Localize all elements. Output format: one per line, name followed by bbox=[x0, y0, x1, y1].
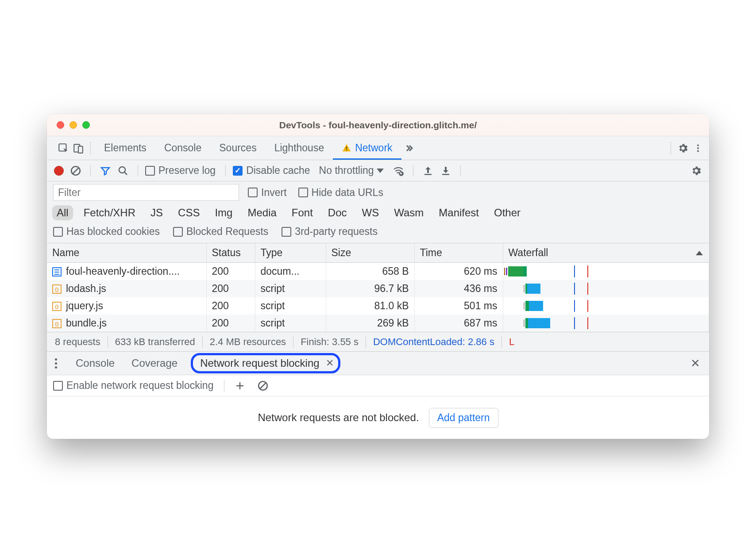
add-pattern-icon[interactable] bbox=[232, 378, 247, 393]
summary-resources: 2.4 MB resources bbox=[210, 336, 286, 348]
request-name: lodash.js bbox=[66, 283, 106, 294]
summary-transferred: 633 kB transferred bbox=[115, 336, 195, 348]
svg-rect-14 bbox=[442, 174, 449, 175]
devtools-window: DevTools - foul-heavenly-direction.glitc… bbox=[47, 114, 709, 439]
cell-time: 436 ms bbox=[414, 280, 503, 297]
chip-doc[interactable]: Doc bbox=[324, 205, 351, 220]
more-filters-row: Has blocked cookies Blocked Requests 3rd… bbox=[47, 224, 709, 243]
drawer-tab-network-request-blocking[interactable]: Network request blocking ✕ bbox=[191, 353, 340, 373]
drawer-tab-coverage[interactable]: Coverage bbox=[128, 355, 181, 371]
cell-type: script bbox=[255, 297, 326, 315]
table-row[interactable]: foul-heavenly-direction....200docum...65… bbox=[47, 263, 709, 280]
chip-all[interactable]: All bbox=[52, 205, 73, 220]
cell-time: 620 ms bbox=[414, 263, 503, 280]
col-size[interactable]: Size bbox=[326, 243, 414, 263]
script-file-icon bbox=[52, 319, 62, 328]
sort-asc-icon bbox=[696, 251, 703, 255]
waterfall-cell bbox=[503, 315, 709, 332]
col-time[interactable]: Time bbox=[414, 243, 503, 263]
enable-blocking-checkbox[interactable]: Enable network request blocking bbox=[53, 380, 213, 392]
table-row[interactable]: lodash.js200script96.7 kB436 ms bbox=[47, 280, 709, 297]
tab-elements[interactable]: Elements bbox=[95, 136, 155, 160]
inspect-icon[interactable] bbox=[56, 141, 71, 156]
filter-icon[interactable] bbox=[98, 163, 113, 178]
chip-manifest[interactable]: Manifest bbox=[434, 205, 483, 220]
chip-font[interactable]: Font bbox=[287, 205, 317, 220]
resource-type-chips: All Fetch/XHR JS CSS Img Media Font Doc … bbox=[47, 204, 709, 224]
svg-line-9 bbox=[73, 168, 79, 173]
col-type[interactable]: Type bbox=[255, 243, 326, 263]
clear-icon[interactable] bbox=[68, 163, 83, 178]
chip-media[interactable]: Media bbox=[243, 205, 281, 220]
script-file-icon bbox=[52, 284, 62, 294]
svg-rect-3 bbox=[346, 146, 347, 149]
tab-console[interactable]: Console bbox=[155, 136, 210, 160]
svg-rect-2 bbox=[78, 146, 83, 153]
blocking-empty-state: Network requests are not blocked. Add pa… bbox=[47, 396, 709, 439]
network-toolbar: Preserve log Disable cache No throttling bbox=[47, 160, 709, 181]
warning-icon bbox=[342, 143, 351, 153]
settings-icon[interactable] bbox=[675, 141, 690, 156]
close-window-button[interactable] bbox=[57, 121, 64, 129]
upload-har-icon[interactable] bbox=[420, 163, 436, 178]
table-row[interactable]: bundle.js200script269 kB687 ms bbox=[47, 315, 709, 332]
col-name[interactable]: Name bbox=[47, 243, 206, 263]
has-blocked-cookies-checkbox[interactable]: Has blocked cookies bbox=[53, 226, 160, 238]
tab-network[interactable]: Network bbox=[333, 136, 401, 160]
cell-type: script bbox=[255, 280, 326, 297]
minimize-window-button[interactable] bbox=[69, 121, 77, 129]
cell-type: script bbox=[255, 315, 326, 332]
disable-cache-checkbox[interactable]: Disable cache bbox=[233, 165, 310, 177]
waterfall-cell bbox=[503, 263, 709, 280]
more-tabs-icon[interactable] bbox=[401, 141, 417, 156]
chip-css[interactable]: CSS bbox=[174, 205, 204, 220]
traffic-lights bbox=[57, 121, 90, 129]
chip-fetch-xhr[interactable]: Fetch/XHR bbox=[79, 205, 140, 220]
hide-data-urls-checkbox[interactable]: Hide data URLs bbox=[298, 187, 383, 199]
kebab-menu-icon[interactable] bbox=[690, 141, 706, 156]
chip-ws[interactable]: WS bbox=[358, 205, 384, 220]
record-button[interactable] bbox=[52, 164, 66, 177]
summary-finish: Finish: 3.55 s bbox=[301, 336, 359, 348]
document-file-icon bbox=[52, 267, 62, 276]
waterfall-cell bbox=[503, 297, 709, 315]
close-tab-icon[interactable]: ✕ bbox=[326, 357, 334, 369]
zoom-window-button[interactable] bbox=[82, 121, 90, 129]
drawer-menu-icon[interactable] bbox=[50, 358, 62, 369]
col-status[interactable]: Status bbox=[206, 243, 255, 263]
throttling-select[interactable]: No throttling bbox=[319, 165, 384, 177]
svg-point-6 bbox=[697, 147, 699, 149]
remove-all-patterns-icon[interactable] bbox=[255, 378, 270, 393]
preserve-log-checkbox[interactable]: Preserve log bbox=[145, 165, 216, 177]
filter-row: Invert Hide data URLs bbox=[47, 181, 709, 204]
network-conditions-icon[interactable] bbox=[391, 163, 406, 178]
cell-size: 658 B bbox=[326, 263, 414, 280]
download-har-icon[interactable] bbox=[438, 163, 453, 178]
third-party-requests-checkbox[interactable]: 3rd-party requests bbox=[282, 226, 378, 238]
search-icon[interactable] bbox=[116, 163, 131, 178]
col-waterfall[interactable]: Waterfall bbox=[503, 243, 709, 263]
device-toggle-icon[interactable] bbox=[71, 141, 86, 156]
chip-wasm[interactable]: Wasm bbox=[390, 205, 428, 220]
tab-sources[interactable]: Sources bbox=[210, 136, 265, 160]
cell-size: 269 kB bbox=[326, 315, 414, 332]
svg-point-7 bbox=[697, 150, 699, 152]
table-row[interactable]: jquery.js200script81.0 kB501 ms bbox=[47, 297, 709, 315]
network-summary-bar: 8 requests 633 kB transferred 2.4 MB res… bbox=[47, 332, 709, 351]
chip-js[interactable]: JS bbox=[146, 205, 167, 220]
svg-point-5 bbox=[697, 144, 699, 146]
chip-img[interactable]: Img bbox=[210, 205, 237, 220]
summary-load: L bbox=[509, 336, 514, 348]
waterfall-cell bbox=[503, 280, 709, 297]
chip-other[interactable]: Other bbox=[490, 205, 525, 220]
invert-checkbox[interactable]: Invert bbox=[248, 187, 287, 199]
filter-input[interactable] bbox=[53, 184, 239, 201]
tab-lighthouse[interactable]: Lighthouse bbox=[266, 136, 333, 160]
add-pattern-button[interactable]: Add pattern bbox=[429, 408, 498, 428]
drawer-tab-console[interactable]: Console bbox=[72, 355, 118, 371]
panel-settings-icon[interactable] bbox=[689, 163, 704, 178]
blocking-toolbar: Enable network request blocking bbox=[47, 375, 709, 396]
close-drawer-icon[interactable]: ✕ bbox=[688, 356, 703, 371]
blocked-requests-checkbox[interactable]: Blocked Requests bbox=[173, 226, 268, 238]
cell-size: 81.0 kB bbox=[326, 297, 414, 315]
